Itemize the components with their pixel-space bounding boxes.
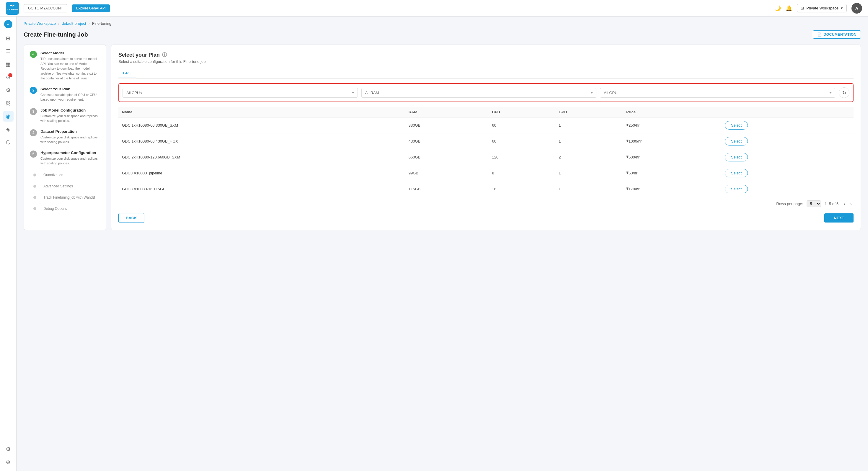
sidebar-item-grid[interactable]: ▦ xyxy=(3,59,13,70)
gpu-filter[interactable]: All GPU 1 2 xyxy=(600,88,835,98)
step-4-title: Dataset Preparation xyxy=(40,129,100,134)
content-layout: ✓ Select Model TIR uses containers to se… xyxy=(24,44,861,230)
workspace-icon: ⊡ xyxy=(801,6,804,10)
sidebar-bottom: ⚙ ⊕ xyxy=(3,444,13,467)
select-button-1[interactable]: Select xyxy=(725,137,748,146)
col-cpu: CPU xyxy=(489,107,555,118)
navbar-left: TIR AI PLATFORM GO TO MYACCOUNT Explore … xyxy=(6,2,110,15)
docs-icon: 📄 xyxy=(817,32,822,37)
genai-button[interactable]: Explore GenAI API xyxy=(72,4,110,12)
step-4-desc: Customize your disk space and replicas w… xyxy=(40,135,100,145)
sidebar-toggle[interactable]: « xyxy=(4,20,12,28)
plan-table: Name RAM CPU GPU Price GDC.1xH10080-60.3… xyxy=(118,107,854,197)
step-5-desc: Customize your disk space and replicas w… xyxy=(40,156,100,166)
sidebar-item-dashboard[interactable]: ⊞ xyxy=(3,33,13,44)
sidebar-item-share[interactable]: ⛓ xyxy=(3,98,13,108)
docs-label: DOCUMENTATION xyxy=(824,32,857,37)
next-page-button[interactable]: › xyxy=(848,201,854,207)
avatar-button[interactable]: A xyxy=(851,3,862,13)
cell-price-0: ₹250/hr xyxy=(623,118,721,133)
sidebar-item-list[interactable]: ☰ xyxy=(3,46,13,57)
cpu-filter[interactable]: All CPUs 8 16 60 120 xyxy=(123,88,358,98)
step-4-number: 4 xyxy=(30,129,37,136)
cell-cpu-2: 120 xyxy=(489,149,555,165)
prev-page-button[interactable]: ‹ xyxy=(842,201,847,207)
dot-wandb xyxy=(33,196,36,199)
sidebar-item-packages[interactable]: ⬡ xyxy=(3,137,13,148)
step-2-desc: Choose a suitable plan of GPU or CPU bas… xyxy=(40,92,100,102)
cell-select-3: Select xyxy=(721,165,854,181)
dot-quantization xyxy=(33,174,36,177)
cell-price-2: ₹500/hr xyxy=(623,149,721,165)
select-button-0[interactable]: Select xyxy=(725,121,748,130)
sidebar-item-models[interactable]: ◈ xyxy=(3,124,13,134)
logo-svg: TIR AI PLATFORM xyxy=(7,3,18,13)
select-button-2[interactable]: Select xyxy=(725,153,748,161)
pagination-info: 1–5 of 5 xyxy=(825,201,838,206)
myaccount-button[interactable]: GO TO MYACCOUNT xyxy=(24,4,67,12)
step-1-desc: TIR uses containers to serve the model A… xyxy=(40,56,100,81)
step-3-desc: Customize your disk space and replicas w… xyxy=(40,114,100,123)
next-button[interactable]: NEXT xyxy=(824,213,854,222)
sub-step-debug: Debug Options xyxy=(33,206,100,211)
back-button[interactable]: BACK xyxy=(118,213,144,223)
sidebar-item-nodes[interactable]: ⊛! xyxy=(3,72,13,83)
dark-mode-button[interactable]: 🌙 xyxy=(774,5,781,11)
plan-title-text: Select your Plan xyxy=(118,52,160,58)
sidebar-item-settings[interactable]: ⚙ xyxy=(3,444,13,454)
step-1-content: Select Model TIR uses containers to serv… xyxy=(40,51,100,81)
tab-gpu[interactable]: GPU xyxy=(118,68,136,78)
cell-cpu-0: 60 xyxy=(489,118,555,133)
cell-price-1: ₹1000/hr xyxy=(623,133,721,149)
sub-label-wandb: Track Finetuning job with WandB xyxy=(43,195,95,199)
breadcrumb-project[interactable]: default-project xyxy=(62,21,86,26)
cell-cpu-3: 8 xyxy=(489,165,555,181)
sidebar-item-add[interactable]: ⊕ xyxy=(3,457,13,467)
breadcrumb: Private Workspace › default-project › Fi… xyxy=(24,21,861,26)
cell-name-1: GDC.1xH10080-60.430GB_HGX xyxy=(118,133,405,149)
step-2-content: Select Your Plan Choose a suitable plan … xyxy=(40,87,100,102)
sub-label-advanced: Advanced Settings xyxy=(43,184,73,188)
col-ram: RAM xyxy=(405,107,489,118)
cell-gpu-0: 1 xyxy=(555,118,623,133)
cell-ram-0: 330GB xyxy=(405,118,489,133)
notifications-button[interactable]: 🔔 xyxy=(786,5,792,11)
table-row: GDC3.A10080-16.115GB 115GB 16 1 ₹170/hr … xyxy=(118,181,854,197)
col-gpu: GPU xyxy=(555,107,623,118)
step-5: 5 Hyperparameter Configuration Customize… xyxy=(30,151,100,166)
plan-title: Select your Plan ⓘ xyxy=(118,52,854,58)
sidebar-item-workflows[interactable]: ⚙ xyxy=(3,85,13,96)
chevron-down-icon: ▾ xyxy=(841,6,843,10)
table-row: GDC.1xH10080-60.430GB_HGX 430GB 60 1 ₹10… xyxy=(118,133,854,149)
cell-cpu-4: 16 xyxy=(489,181,555,197)
main-content: Private Workspace › default-project › Fi… xyxy=(17,17,868,471)
notification-badge: ! xyxy=(8,73,12,77)
col-action xyxy=(721,107,854,118)
logo: TIR AI PLATFORM xyxy=(6,2,19,15)
step-5-content: Hyperparameter Configuration Customize y… xyxy=(40,151,100,166)
step-2: 2 Select Your Plan Choose a suitable pla… xyxy=(30,87,100,102)
col-price: Price xyxy=(623,107,721,118)
breadcrumb-sep1: › xyxy=(58,21,59,26)
rows-per-page-select[interactable]: 5 10 20 xyxy=(807,200,821,207)
table-row: GDC3.A10080_pipeline 99GB 8 1 ₹50/hr Sel… xyxy=(118,165,854,181)
refresh-button[interactable]: ↻ xyxy=(839,87,849,98)
sub-step-quantization: Quantization xyxy=(33,172,100,177)
cell-gpu-1: 1 xyxy=(555,133,623,149)
select-button-4[interactable]: Select xyxy=(725,185,748,193)
cell-cpu-1: 60 xyxy=(489,133,555,149)
breadcrumb-workspace[interactable]: Private Workspace xyxy=(24,21,56,26)
cell-select-2: Select xyxy=(721,149,854,165)
select-button-3[interactable]: Select xyxy=(725,169,748,177)
workspace-button[interactable]: ⊡ Private Workspace ▾ xyxy=(797,4,847,12)
sidebar: « ⊞ ☰ ▦ ⊛! ⚙ ⛓ ◉ ◈ ⬡ ⚙ ⊕ xyxy=(0,17,17,471)
step-3: 3 Job Model Configuration Customize your… xyxy=(30,108,100,123)
cell-select-4: Select xyxy=(721,181,854,197)
breadcrumb-sep2: › xyxy=(89,21,90,26)
sidebar-item-finetune[interactable]: ◉ xyxy=(3,111,13,122)
documentation-button[interactable]: 📄 DOCUMENTATION xyxy=(813,30,861,39)
ram-filter[interactable]: All RAM 99GB 115GB 330GB 430GB 660GB xyxy=(361,88,597,98)
workspace-label: Private Workspace xyxy=(806,6,838,10)
cell-name-2: GDC.2xH10080-120.660GB_SXM xyxy=(118,149,405,165)
logo-icon: TIR AI PLATFORM xyxy=(6,2,19,15)
